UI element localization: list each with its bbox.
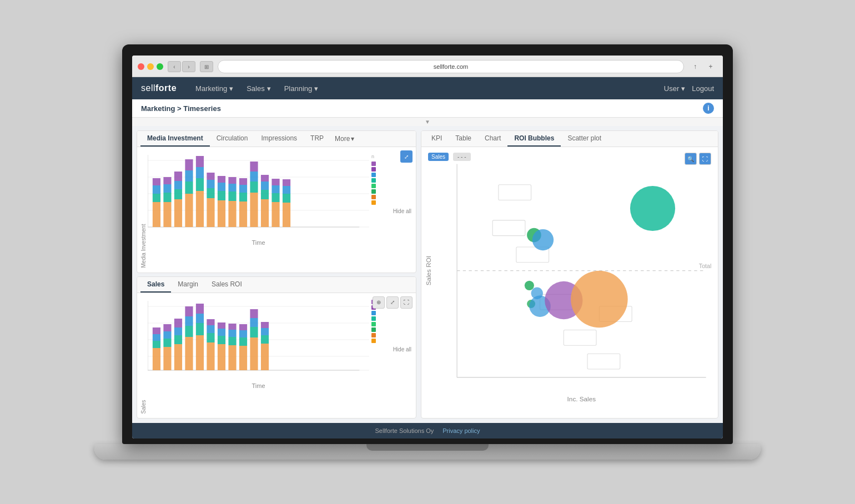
nav-marketing[interactable]: Marketing ▾ [190, 82, 239, 95]
svg-rect-94 [228, 345, 236, 370]
svg-rect-108 [261, 328, 269, 335]
tab-trp-label: TRP [310, 134, 324, 142]
bottom-legend-item-4 [371, 316, 411, 321]
legend-color-8 [371, 200, 376, 205]
svg-rect-12 [163, 193, 171, 202]
svg-rect-96 [228, 330, 236, 337]
tab-scatter-plot[interactable]: Scatter plot [561, 131, 608, 147]
tab-trp[interactable]: TRP [304, 131, 330, 147]
minimize-button[interactable] [147, 63, 154, 70]
svg-rect-33 [218, 183, 225, 191]
grid-view-button[interactable]: ⊞ [200, 61, 213, 72]
tab-margin[interactable]: Margin [171, 277, 205, 293]
collapse-bar[interactable]: ▼ [132, 118, 723, 126]
tab-more[interactable]: More ▾ [330, 132, 359, 146]
breadcrumb: Marketing > Timeseries [141, 104, 221, 113]
hide-all-button[interactable]: Hide all [371, 208, 411, 214]
info-icon[interactable]: i [703, 103, 714, 114]
zoom-in-right-button[interactable]: 🔍 [685, 153, 697, 165]
svg-rect-14 [163, 177, 171, 184]
svg-rect-85 [196, 304, 204, 314]
svg-rect-84 [196, 314, 204, 323]
svg-rect-56 [283, 194, 290, 203]
fullscreen-button[interactable]: ⤢ [400, 150, 413, 163]
tab-table[interactable]: Table [449, 131, 478, 147]
bottom-legend-item-5 [371, 322, 411, 326]
tab-more-label: More [335, 135, 350, 143]
svg-rect-72 [163, 331, 171, 339]
svg-rect-106 [261, 344, 269, 370]
svg-rect-45 [250, 172, 258, 182]
svg-point-124 [532, 229, 554, 250]
right-chart-card: KPI Table Chart ROI Bubbles Scatter plot… [421, 130, 718, 419]
tab-media-investment[interactable]: Media Investment [140, 131, 210, 147]
svg-rect-17 [174, 181, 182, 189]
svg-rect-22 [185, 159, 193, 170]
bottom-chart-x-label: Time [148, 381, 369, 391]
maximize-button[interactable] [157, 63, 163, 70]
legend-color-5 [371, 184, 376, 188]
tab-impressions-label: Impressions [261, 134, 297, 142]
svg-rect-29 [207, 180, 214, 188]
fullscreen-button-bottom[interactable]: ⛶ [400, 296, 413, 309]
url-bar[interactable]: sellforte.com [218, 60, 684, 73]
svg-rect-9 [153, 185, 160, 194]
share-button[interactable]: ↑ [688, 61, 702, 72]
svg-rect-81 [185, 306, 193, 316]
filter-tag-2[interactable]: - - - [453, 153, 471, 161]
svg-rect-105 [250, 309, 258, 318]
crosshair-button[interactable]: ⊕ [373, 296, 385, 309]
zoom-in-button[interactable]: ⤢ [386, 296, 399, 309]
bottom-chart-icon-btns: ⊕ ⤢ ⛶ [373, 296, 413, 309]
privacy-label: Privacy policy [442, 427, 480, 434]
legend-item-8 [371, 200, 411, 205]
svg-rect-70 [163, 347, 171, 370]
svg-rect-31 [218, 200, 225, 227]
user-label: User [664, 84, 679, 93]
nav-marketing-label: Marketing [195, 84, 227, 93]
tab-kpi[interactable]: KPI [425, 131, 449, 147]
logout-label: Logout [692, 84, 714, 93]
legend-item-2 [371, 167, 411, 172]
add-tab-button[interactable]: + [704, 61, 717, 72]
tab-roi-bubbles[interactable]: ROI Bubbles [507, 131, 561, 147]
brand-logo: sellforte [141, 83, 177, 93]
tab-sales[interactable]: Sales [140, 277, 171, 293]
bottom-legend-color-6 [371, 327, 376, 332]
nav-planning[interactable]: Planning ▾ [279, 82, 324, 95]
sales-filter-tag[interactable]: Sales [428, 153, 449, 161]
url-text: sellforte.com [434, 63, 468, 70]
forward-button[interactable]: › [182, 61, 195, 72]
svg-rect-28 [207, 188, 214, 198]
bottom-hide-all-button[interactable]: Hide all [371, 346, 411, 352]
svg-rect-107 [261, 335, 269, 344]
chevron-down-icon: ▾ [314, 84, 318, 93]
svg-rect-24 [196, 178, 204, 191]
bottom-chart-card: Sales Margin Sales ROI [137, 276, 416, 419]
fullscreen-right-button[interactable]: ⛶ [699, 153, 711, 165]
tab-circulation[interactable]: Circulation [210, 131, 255, 147]
tab-impressions[interactable]: Impressions [254, 131, 304, 147]
svg-rect-90 [218, 344, 225, 370]
bottom-legend-color-4 [371, 316, 376, 321]
nav-sales-label: Sales [247, 84, 265, 93]
x-axis-text: Time [252, 239, 265, 246]
user-menu[interactable]: User ▾ [664, 84, 685, 93]
privacy-policy-link[interactable]: Privacy policy [442, 427, 480, 434]
svg-rect-66 [153, 348, 160, 370]
nav-sales[interactable]: Sales ▾ [241, 82, 276, 95]
svg-rect-44 [250, 182, 258, 193]
legend-item-5 [371, 184, 411, 188]
bottom-x-axis-text: Time [252, 382, 265, 389]
tab-sales-roi[interactable]: Sales ROI [205, 277, 249, 293]
chevron-down-icon: ▾ [351, 135, 354, 143]
svg-rect-16 [174, 189, 182, 199]
svg-rect-76 [174, 327, 182, 335]
logout-button[interactable]: Logout [692, 84, 714, 93]
svg-rect-8 [153, 194, 160, 202]
top-chart-card: Media Investment Circulation Impressions… [137, 130, 416, 273]
tab-chart[interactable]: Chart [478, 131, 507, 147]
close-button[interactable] [138, 63, 144, 70]
back-button[interactable]: ‹ [168, 61, 181, 72]
svg-rect-21 [185, 170, 193, 182]
